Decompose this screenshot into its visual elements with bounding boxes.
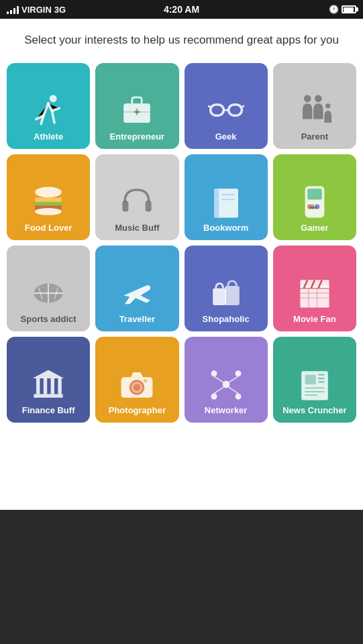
svg-rect-21	[214, 189, 219, 217]
news-cruncher-icon	[297, 366, 333, 402]
networker-label: Networker	[205, 405, 248, 416]
athlete-label: Athlete	[34, 131, 63, 142]
card-news-cruncher[interactable]: News Cruncher	[273, 337, 356, 423]
network-label: 3G	[54, 5, 66, 15]
shopaholic-label: Shopaholic	[203, 314, 250, 325]
geek-icon	[208, 93, 244, 129]
shopaholic-icon	[208, 275, 244, 311]
entrepreneur-label: Entrepreneur	[110, 131, 165, 142]
svg-rect-29	[310, 207, 317, 209]
svg-rect-18	[123, 201, 129, 211]
finance-buff-label: Finance Buff	[22, 405, 75, 416]
traveller-icon	[119, 275, 155, 311]
card-food-lover[interactable]: Food Lover	[7, 154, 90, 240]
svg-rect-67	[305, 375, 315, 384]
svg-rect-15	[35, 202, 62, 205]
svg-point-11	[315, 95, 322, 103]
bookworm-icon	[208, 184, 244, 220]
svg-line-64	[214, 386, 225, 394]
svg-rect-35	[213, 288, 226, 305]
news-cruncher-label: News Cruncher	[282, 405, 346, 416]
svg-rect-51	[58, 378, 62, 394]
svg-marker-47	[33, 370, 64, 379]
card-movie-fan[interactable]: Movie Fan	[273, 246, 356, 331]
svg-rect-19	[146, 201, 152, 211]
music-buff-label: Music Buff	[115, 223, 159, 233]
interests-grid: Athlete Entrepreneur Geek Parent Food	[7, 63, 356, 423]
svg-rect-14	[35, 198, 62, 202]
clock-icon: 🕐	[329, 5, 339, 14]
card-photographer[interactable]: Photographer	[95, 337, 178, 423]
card-bookworm[interactable]: Bookworm	[185, 154, 268, 240]
svg-rect-37	[300, 286, 329, 307]
svg-rect-52	[34, 394, 63, 398]
movie-fan-icon	[297, 275, 333, 311]
svg-rect-25	[307, 189, 322, 199]
svg-point-13	[35, 187, 62, 198]
movie-fan-label: Movie Fan	[293, 314, 336, 325]
traveller-label: Traveller	[119, 314, 156, 325]
time-label: 4:20 AM	[164, 4, 199, 15]
signal-bars	[7, 5, 19, 14]
svg-rect-48	[36, 378, 40, 394]
bookworm-label: Bookworm	[203, 223, 248, 233]
card-music-buff[interactable]: Music Buff	[95, 154, 178, 240]
bottom-bar	[0, 510, 363, 644]
svg-rect-36	[225, 286, 240, 305]
svg-line-8	[208, 106, 211, 107]
status-left: VIRGIN 3G	[7, 5, 66, 15]
card-shopaholic[interactable]: Shopaholic	[185, 246, 268, 331]
card-gamer[interactable]: Gamer	[273, 154, 356, 240]
card-athlete[interactable]: Athlete	[7, 63, 90, 149]
svg-point-56	[144, 379, 147, 382]
svg-rect-6	[228, 105, 242, 115]
svg-rect-5	[210, 105, 223, 115]
finance-buff-icon	[30, 366, 66, 402]
food-lover-icon	[30, 184, 66, 220]
sports-addict-icon	[30, 275, 66, 311]
entrepreneur-icon	[119, 93, 155, 129]
headline-text: Select your interests to help us recomme…	[24, 32, 339, 48]
svg-point-17	[35, 208, 62, 215]
status-bar: VIRGIN 3G 4:20 AM 🕐	[0, 0, 363, 19]
carrier-label: VIRGIN	[21, 5, 52, 15]
svg-point-60	[211, 394, 217, 400]
card-traveller[interactable]: Traveller	[95, 246, 178, 331]
card-parent[interactable]: Parent	[273, 63, 356, 149]
svg-line-65	[227, 386, 238, 394]
svg-point-58	[211, 371, 217, 377]
gamer-label: Gamer	[301, 223, 328, 233]
status-right: 🕐	[329, 5, 356, 14]
networker-icon	[208, 366, 244, 402]
svg-point-61	[235, 394, 241, 400]
battery-icon	[342, 5, 356, 13]
food-lover-label: Food Lover	[25, 223, 72, 233]
card-entrepreneur[interactable]: Entrepreneur	[95, 63, 178, 149]
card-geek[interactable]: Geek	[185, 63, 268, 149]
svg-rect-49	[44, 378, 47, 394]
card-sports-addict[interactable]: Sports addict	[7, 246, 90, 331]
svg-line-63	[227, 377, 238, 384]
svg-point-0	[50, 95, 57, 103]
svg-rect-50	[51, 378, 54, 394]
parent-label: Parent	[301, 131, 328, 142]
photographer-icon	[119, 366, 155, 402]
svg-point-10	[304, 95, 311, 103]
svg-point-59	[235, 371, 241, 377]
music-buff-icon	[119, 184, 155, 220]
card-networker[interactable]: Networker	[185, 337, 268, 423]
gamer-icon	[297, 184, 333, 220]
svg-point-55	[134, 384, 141, 391]
main-content: Select your interests to help us recomme…	[0, 19, 363, 510]
card-finance-buff[interactable]: Finance Buff	[7, 337, 90, 423]
svg-line-9	[242, 106, 244, 107]
svg-line-62	[214, 377, 225, 384]
geek-label: Geek	[215, 131, 237, 142]
sports-addict-label: Sports addict	[21, 314, 76, 325]
svg-point-12	[325, 103, 330, 108]
athlete-icon	[30, 93, 66, 129]
parent-icon	[297, 93, 333, 129]
photographer-label: Photographer	[109, 405, 166, 416]
